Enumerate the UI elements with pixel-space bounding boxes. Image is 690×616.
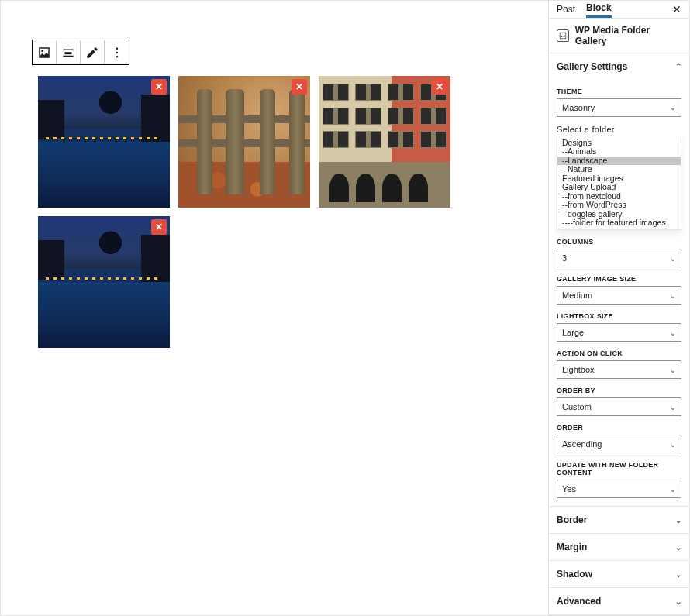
- section-toggle-advanced[interactable]: Advanced ⌄: [549, 588, 689, 614]
- svg-rect-1: [63, 49, 74, 50]
- select-value: Ascending: [562, 439, 602, 449]
- select-value: Lightbox: [562, 365, 595, 374]
- section-title: Margin: [557, 542, 587, 552]
- gallery-plugin-icon: [557, 29, 569, 42]
- theme-select[interactable]: Masonry⌄: [557, 98, 681, 117]
- app-window: ✕ ✕ ✕ ✕ Post Block ✕: [0, 0, 690, 616]
- chevron-down-icon: ⌄: [675, 543, 681, 552]
- field-label-image-size: GALLERY IMAGE SIZE: [557, 275, 681, 283]
- svg-point-4: [116, 47, 117, 49]
- inspector-sidebar: Post Block ✕ WP Media Folder Gallery Gal…: [548, 1, 689, 615]
- image-size-select[interactable]: Medium⌄: [557, 286, 681, 305]
- align-button[interactable]: [57, 40, 81, 64]
- field-label-update: UPDATE WITH NEW FOLDER CONTENT: [557, 461, 681, 477]
- tab-post[interactable]: Post: [557, 1, 575, 18]
- chevron-down-icon: ⌄: [670, 291, 676, 300]
- select-value: Yes: [562, 484, 576, 494]
- svg-rect-2: [65, 52, 72, 54]
- chevron-up-icon: ⌃: [675, 62, 681, 71]
- close-sidebar-button[interactable]: ✕: [672, 3, 681, 15]
- columns-select[interactable]: 3⌄: [557, 249, 681, 267]
- field-label-lightbox-size: LIGHTBOX SIZE: [557, 312, 681, 320]
- field-label-theme: THEME: [557, 88, 681, 95]
- field-label-folder: Select a folder: [557, 125, 681, 134]
- orderby-select[interactable]: Custom⌄: [557, 397, 681, 416]
- block-card: WP Media Folder Gallery: [549, 19, 689, 53]
- gallery-preview: ✕ ✕ ✕ ✕: [38, 76, 540, 348]
- tab-block[interactable]: Block: [586, 1, 612, 18]
- chevron-down-icon: ⌄: [670, 366, 676, 374]
- folder-select-listbox[interactable]: Designs--Animals--Landscape--NatureFeatu…: [557, 137, 681, 230]
- folder-option[interactable]: --Animals: [557, 147, 681, 157]
- section-shadow: Shadow ⌄: [549, 561, 689, 588]
- chevron-down-icon: ⌄: [675, 570, 681, 579]
- section-margin: Margin ⌄: [549, 534, 689, 561]
- gallery-item[interactable]: ✕: [38, 216, 170, 348]
- block-toolbar: [32, 40, 129, 65]
- svg-rect-3: [63, 55, 74, 57]
- section-title: Gallery Settings: [557, 61, 627, 72]
- select-value: 3: [562, 253, 567, 263]
- chevron-down-icon: ⌄: [675, 597, 681, 606]
- remove-image-button[interactable]: ✕: [432, 79, 447, 95]
- section-title: Border: [557, 514, 587, 525]
- field-label-action: ACTION ON CLICK: [557, 349, 681, 357]
- section-gallery-settings: Gallery Settings ⌃ THEME Masonry⌄ Select…: [549, 53, 689, 507]
- chevron-down-icon: ⌄: [670, 103, 676, 112]
- field-label-columns: COLUMNS: [557, 238, 681, 246]
- block-card-title: WP Media Folder Gallery: [575, 25, 681, 46]
- block-type-button[interactable]: [33, 40, 57, 64]
- chevron-down-icon: ⌄: [670, 329, 676, 337]
- chevron-down-icon: ⌄: [670, 254, 676, 263]
- section-title: Shadow: [557, 569, 592, 580]
- more-options-button[interactable]: [105, 40, 129, 64]
- section-toggle-margin[interactable]: Margin ⌄: [549, 534, 689, 560]
- folder-option[interactable]: --Nature: [557, 165, 681, 174]
- remove-image-button[interactable]: ✕: [151, 219, 167, 235]
- svg-point-6: [116, 56, 117, 57]
- select-value: Custom: [562, 402, 592, 411]
- section-title: Advanced: [557, 596, 601, 607]
- chevron-down-icon: ⌄: [670, 440, 676, 449]
- lightbox-size-select[interactable]: Large⌄: [557, 323, 681, 342]
- folder-option[interactable]: ----folder for featured images: [557, 219, 681, 228]
- svg-point-0: [41, 50, 43, 52]
- section-border: Border ⌄: [549, 507, 689, 534]
- remove-image-button[interactable]: ✕: [151, 79, 167, 95]
- select-value: Large: [562, 328, 584, 337]
- edit-button[interactable]: [81, 40, 105, 64]
- gallery-item[interactable]: ✕: [178, 76, 310, 208]
- svg-point-5: [116, 51, 117, 53]
- select-value: Masonry: [562, 103, 595, 112]
- inspector-tabs: Post Block ✕: [549, 1, 689, 19]
- pencil-icon: [85, 46, 99, 60]
- more-vertical-icon: [110, 46, 124, 60]
- svg-rect-7: [560, 33, 566, 39]
- select-value: Medium: [562, 291, 592, 300]
- image-block-icon: [37, 46, 51, 60]
- field-label-order: ORDER: [557, 424, 681, 432]
- remove-image-button[interactable]: ✕: [292, 79, 307, 95]
- update-select[interactable]: Yes⌄: [557, 480, 681, 498]
- chevron-down-icon: ⌄: [670, 403, 676, 411]
- gallery-item[interactable]: ✕: [38, 76, 170, 208]
- align-icon: [61, 46, 75, 60]
- action-select[interactable]: Lightbox⌄: [557, 360, 681, 379]
- gallery-item[interactable]: ✕: [319, 76, 450, 208]
- order-select[interactable]: Ascending⌄: [557, 435, 681, 453]
- section-advanced: Advanced ⌄: [549, 588, 689, 615]
- section-toggle-border[interactable]: Border ⌄: [549, 507, 689, 533]
- chevron-down-icon: ⌄: [670, 485, 676, 494]
- field-label-orderby: ORDER BY: [557, 387, 681, 394]
- section-toggle-shadow[interactable]: Shadow ⌄: [549, 561, 689, 587]
- section-toggle-gallery[interactable]: Gallery Settings ⌃: [549, 53, 689, 80]
- editor-canvas[interactable]: ✕ ✕ ✕ ✕: [1, 1, 548, 615]
- chevron-down-icon: ⌄: [675, 516, 681, 525]
